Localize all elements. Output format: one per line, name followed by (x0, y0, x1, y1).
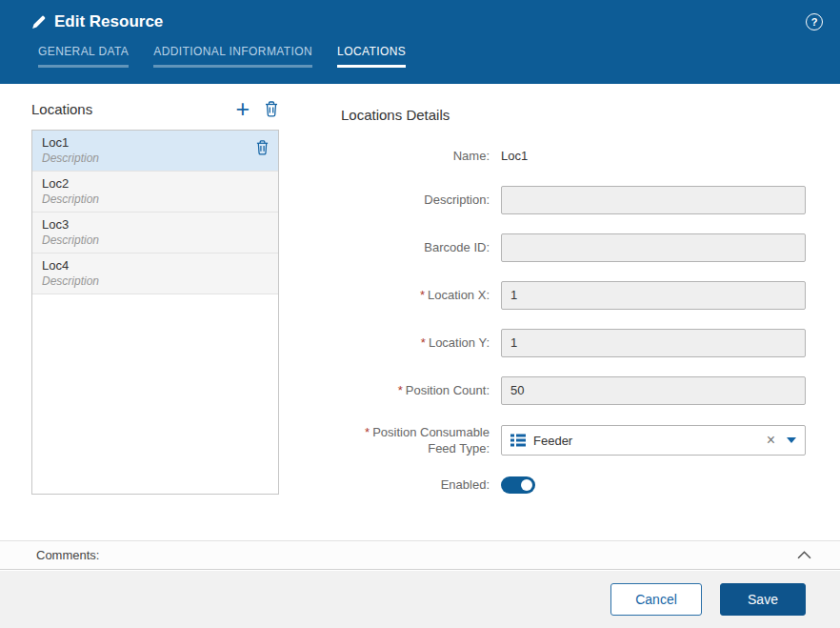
location-name: Loc4 (42, 258, 269, 273)
location-description: Description (42, 152, 269, 165)
list-item-loc3[interactable]: Loc3 Description (32, 213, 278, 253)
comments-section: Comments: (0, 540, 840, 570)
name-label: Name: (341, 148, 501, 165)
delete-location-icon[interactable] (264, 100, 279, 117)
name-value: Loc1 (501, 149, 528, 163)
feed-type-label: *Position Consumable Feed Type: (341, 424, 501, 457)
locations-list-title: Locations (31, 101, 92, 117)
required-marker: * (421, 335, 426, 350)
location-y-input[interactable] (501, 329, 806, 357)
description-input[interactable] (501, 186, 806, 214)
enabled-label: Enabled: (341, 476, 501, 494)
feeder-list-icon (510, 433, 526, 448)
required-marker: * (365, 425, 370, 439)
list-item-loc1[interactable]: Loc1 Description (32, 131, 278, 172)
position-count-label: *Position Count: (341, 382, 501, 399)
row-trash-icon[interactable] (255, 139, 270, 155)
location-x-label: *Location X: (341, 287, 501, 304)
help-icon[interactable]: ? (806, 13, 823, 30)
location-name: Loc3 (42, 217, 269, 232)
locations-list: Loc1 Description Loc2 Description Loc3 D… (31, 130, 279, 495)
location-x-input[interactable] (501, 281, 806, 310)
chevron-down-icon[interactable] (787, 437, 796, 443)
chevron-up-icon[interactable] (797, 551, 811, 559)
list-item-loc2[interactable]: Loc2 Description (32, 172, 278, 213)
save-button[interactable]: Save (720, 583, 806, 616)
details-title: Locations Details (341, 107, 817, 123)
position-count-input[interactable] (501, 376, 806, 405)
location-description: Description (42, 233, 269, 247)
tab-locations[interactable]: LOCATIONS (337, 45, 406, 68)
list-item-loc4[interactable]: Loc4 Description (32, 253, 278, 294)
locations-panel: Locations + Loc1 Description Loc2 D (31, 100, 279, 495)
required-marker: * (420, 288, 425, 302)
description-label: Description: (341, 192, 501, 209)
clear-selection-icon[interactable]: × (767, 433, 775, 448)
edit-pencil-icon (31, 15, 46, 30)
locations-details-panel: Locations Details Name: Loc1 Description… (341, 107, 817, 513)
location-description: Description (42, 274, 269, 288)
header-bar: Edit Resource ? GENERAL DATA ADDITIONAL … (0, 0, 840, 84)
required-marker: * (398, 383, 403, 397)
enabled-toggle[interactable] (501, 476, 535, 494)
location-description: Description (42, 192, 269, 206)
toggle-knob (521, 479, 532, 491)
feed-type-value: Feeder (533, 434, 759, 448)
tab-additional-information[interactable]: ADDITIONAL INFORMATION (153, 45, 312, 68)
barcode-id-input[interactable] (501, 233, 806, 262)
location-name: Loc2 (42, 176, 269, 191)
feed-type-dropdown[interactable]: Feeder × (501, 425, 806, 456)
page-title: Edit Resource (54, 12, 163, 31)
footer-bar: Cancel Save (0, 571, 840, 628)
comments-label: Comments: (36, 548, 99, 562)
tab-bar: GENERAL DATA ADDITIONAL INFORMATION LOCA… (0, 45, 840, 68)
location-y-label: *Location Y: (341, 334, 501, 352)
location-name: Loc1 (42, 135, 269, 150)
add-location-icon[interactable]: + (235, 100, 264, 117)
barcode-id-label: Barcode ID: (341, 239, 501, 256)
tab-general-data[interactable]: GENERAL DATA (38, 45, 129, 68)
cancel-button[interactable]: Cancel (610, 583, 702, 616)
